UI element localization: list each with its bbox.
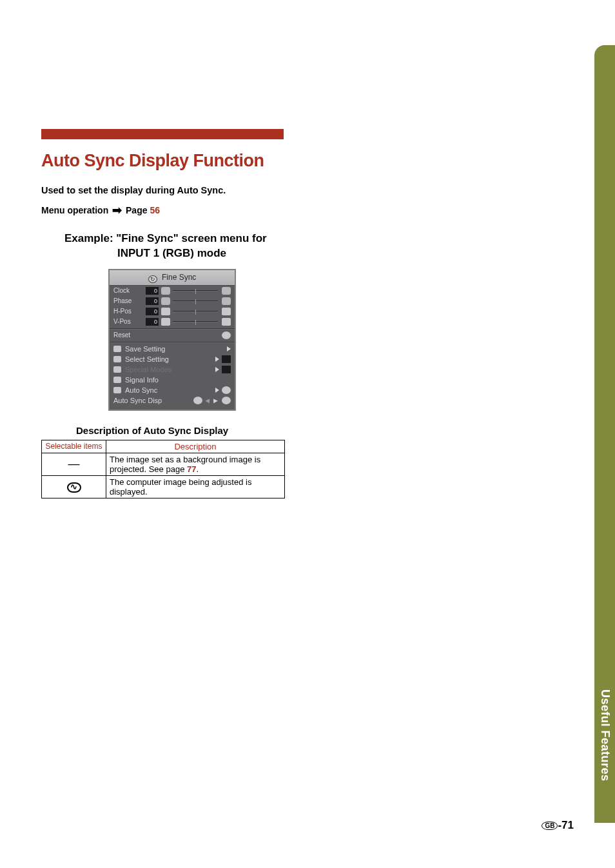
osd-slider <box>173 290 218 291</box>
diamond-icon <box>113 356 121 362</box>
example-line1: Example: "Fine Sync" screen menu for <box>64 232 267 244</box>
page-link[interactable]: 77 <box>187 464 196 474</box>
table-cell: — <box>42 453 106 475</box>
osd-screenshot: ↻ Fine Sync Clock0 Phase0 H-Pos0 V-Pos0 … <box>108 269 236 411</box>
osd-row: H-Pos0 <box>110 306 235 317</box>
wave-icon <box>67 482 81 493</box>
sync-icon: ↻ <box>148 275 157 283</box>
side-tab: Useful Features <box>594 45 615 823</box>
osd-value: 0 <box>146 287 159 295</box>
slider-icon <box>222 308 231 315</box>
table-row: — The image set as a background image is… <box>42 453 285 475</box>
slider-icon <box>222 297 231 305</box>
arrow-right-icon: ► <box>212 397 219 404</box>
osd-header: ↻ Fine Sync <box>110 270 235 286</box>
osd-item-label: Auto Sync Disp <box>113 397 162 404</box>
divider <box>110 342 235 342</box>
decorative-bar <box>41 129 284 139</box>
region-badge: GB <box>542 822 558 830</box>
menu-op-page-link[interactable]: 56 <box>150 205 160 215</box>
osd-label: Clock <box>113 287 146 294</box>
osd-value: 0 <box>146 297 159 305</box>
slider-icon <box>222 287 231 295</box>
sync-icon <box>113 387 121 393</box>
table-row: The computer image being adjusted is dis… <box>42 475 285 498</box>
desc-text: The computer image being adjusted is dis… <box>110 477 251 497</box>
diamond-icon <box>113 346 121 352</box>
osd-slider <box>173 311 218 312</box>
osd-item-label: Signal Info <box>125 376 159 384</box>
osd-row: Clock0 <box>110 286 235 296</box>
osd-item-label: Auto Sync <box>125 386 157 394</box>
reset-icon <box>222 331 231 339</box>
osd-row: Save Setting <box>110 344 235 354</box>
divider <box>110 328 235 329</box>
osd-row: Reset <box>110 330 235 340</box>
osd-label: H-Pos <box>113 308 146 315</box>
osd-row: V-Pos0 <box>110 317 235 327</box>
osd-slider <box>173 301 218 302</box>
osd-label: V-Pos <box>113 318 146 325</box>
arrow-right-icon <box>215 388 219 393</box>
modes-icon <box>113 366 121 373</box>
osd-row: Phase0 <box>110 296 235 306</box>
page-subtitle: Used to set the display during Auto Sync… <box>41 185 570 195</box>
slider-icon <box>161 287 170 295</box>
arrow-right-icon <box>227 346 231 351</box>
osd-header-text: Fine Sync <box>162 273 196 282</box>
osd-row: Auto Sync <box>110 385 235 395</box>
osd-row: Select Setting <box>110 354 235 364</box>
osd-label: Reset <box>113 331 146 339</box>
description-title: Description of Auto Sync Display <box>76 425 570 436</box>
page-title: Auto Sync Display Function <box>41 151 570 171</box>
table-header: Selectable items <box>42 440 106 453</box>
arrow-right-icon <box>215 357 219 362</box>
osd-row: Signal Info <box>110 375 235 385</box>
osd-label: Phase <box>113 297 146 304</box>
slider-icon <box>222 318 231 326</box>
arrow-right-icon <box>215 367 219 372</box>
menu-op-page-label: Page <box>126 205 147 215</box>
example-heading: Example: "Fine Sync" screen menu for INP… <box>64 232 570 261</box>
osd-row: Special Modes <box>110 364 235 375</box>
menu-operation-line: Menu operation ➡ Page 56 <box>41 203 570 217</box>
slider-icon <box>161 318 170 326</box>
page-content: Auto Sync Display Function Used to set t… <box>41 129 570 498</box>
page-num-value: -71 <box>558 819 574 831</box>
box-icon <box>222 366 231 373</box>
osd-slider <box>173 321 218 322</box>
dash-icon: — <box>68 457 80 470</box>
osd-item-label: Special Modes <box>125 366 171 373</box>
osd-value: 0 <box>146 308 159 315</box>
table-row: Selectable items Description <box>42 440 285 453</box>
side-tab-label: Useful Features <box>598 689 612 782</box>
desc-text: The image set as a background image is p… <box>110 455 260 474</box>
slider-icon <box>161 308 170 315</box>
box-icon <box>222 355 231 363</box>
status-icon <box>222 386 231 394</box>
osd-item-label: Select Setting <box>125 355 169 363</box>
osd-row: Auto Sync Disp◄► <box>110 395 235 406</box>
arrow-left-icon: ◄ <box>204 397 211 404</box>
desc-suffix: . <box>196 464 199 474</box>
table-cell: The computer image being adjusted is dis… <box>106 475 285 498</box>
osd-item-label: Save Setting <box>125 345 165 353</box>
table-cell: The image set as a background image is p… <box>106 453 285 475</box>
description-table: Selectable items Description — The image… <box>41 440 285 498</box>
table-header: Description <box>106 440 285 453</box>
opt-icon <box>193 397 202 404</box>
opt-icon <box>222 397 231 404</box>
page-number: GB-71 <box>542 819 574 832</box>
example-line2: INPUT 1 (RGB) mode <box>64 246 570 261</box>
menu-op-prefix: Menu operation <box>41 205 108 215</box>
slider-icon <box>161 297 170 305</box>
arrow-icon: ➡ <box>112 203 122 217</box>
table-cell <box>42 475 106 498</box>
osd-value: 0 <box>146 318 159 326</box>
info-icon <box>113 377 121 383</box>
